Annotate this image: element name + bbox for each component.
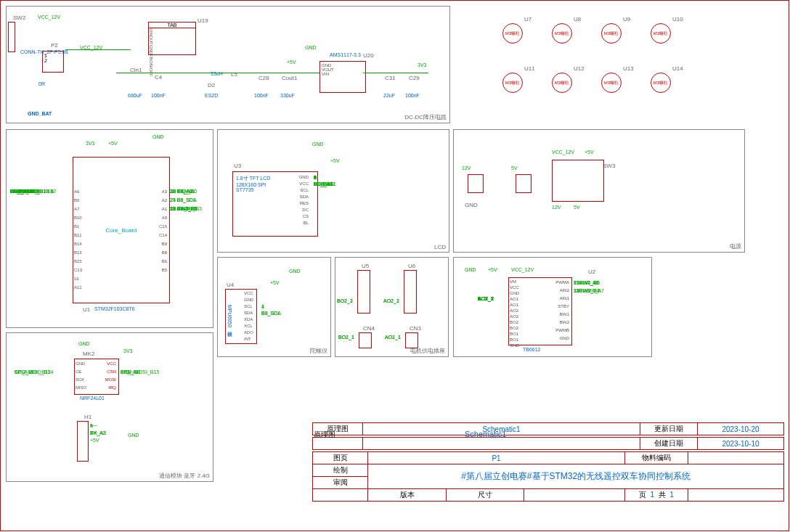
val-cout1: 330uF bbox=[280, 93, 295, 98]
switch-sw2 bbox=[8, 22, 15, 52]
ref-c4: C4 bbox=[155, 74, 162, 81]
schematic-canvas: DC-DC降压电路 SW2 VCC_12V P2 12 CONN-TH_2P-P… bbox=[0, 0, 790, 532]
block-motor: 电机供电插座 bbox=[335, 257, 449, 357]
conn-cn4 bbox=[359, 332, 372, 348]
u1-right-pins: A3A2 A1A0 C15C14 B9B8 B6B5 bbox=[155, 187, 167, 274]
val-c28: 100nF bbox=[254, 93, 269, 98]
ref-cout1: Cout1 bbox=[282, 75, 297, 81]
ref-u1: U1 bbox=[83, 306, 90, 313]
val-0r: 0R bbox=[38, 81, 45, 86]
net-5v: +5V bbox=[287, 60, 296, 65]
ref-d2: D2 bbox=[208, 82, 215, 89]
hdr-h1 bbox=[77, 421, 89, 462]
net-gnd: GND bbox=[305, 45, 317, 50]
ref-c29: C29 bbox=[409, 75, 420, 81]
ref-u20: U20 bbox=[363, 52, 374, 59]
conn-cn3 bbox=[405, 332, 418, 348]
net-gndbat: GND_BAT bbox=[28, 111, 52, 116]
val-cin1: 680uF bbox=[128, 93, 142, 98]
block-label: DC-DC降压电路 bbox=[404, 113, 447, 121]
part-u20: AMS1117-3.3 bbox=[330, 52, 361, 57]
val-d2: ES2D bbox=[205, 93, 218, 98]
ic-u19: TAB VINOUTGNDFBON/OFF bbox=[148, 22, 196, 55]
ref-u3: U3 bbox=[234, 163, 241, 169]
val-c31: 22uF bbox=[383, 93, 395, 98]
ref-sw2: SW2 bbox=[13, 15, 25, 21]
conn-u5 bbox=[357, 270, 370, 314]
ref-p2: P2 bbox=[51, 42, 58, 49]
hdr-12v bbox=[468, 174, 484, 193]
ref-c31: C31 bbox=[385, 75, 396, 81]
block-dcdc: DC-DC降压电路 bbox=[6, 6, 450, 123]
net-vcc12: VCC_12V bbox=[38, 15, 60, 20]
ref-c28: C28 bbox=[258, 75, 269, 81]
net-3v3: 3V3 bbox=[418, 62, 426, 67]
ref-u19: U19 bbox=[198, 17, 208, 24]
val-c4: 100nF bbox=[151, 93, 166, 98]
conn-u6 bbox=[404, 270, 417, 314]
title-block: 原理图 Schematic1 更新日期 2023-10-20 bbox=[312, 422, 784, 435]
u1-right-nets: 32 RX_A330 TX_A2 29 IRQ_A128 CSN_A0 25 B… bbox=[170, 187, 213, 205]
block-comm: 通信模块 蓝牙 2.4G bbox=[6, 332, 213, 482]
u1-left-pins: A6B0A7 B10B1B11 B14B13 B15C1316 A11 bbox=[74, 187, 82, 292]
part-u1: STM32F103C8T6 bbox=[94, 306, 135, 311]
ic-u20: GNDVOUTVIN bbox=[319, 61, 366, 93]
hdr-5v bbox=[516, 174, 532, 193]
dip-sw3 bbox=[552, 160, 604, 202]
part-conn: CONN-TH_2P-P5.08 bbox=[20, 49, 68, 54]
val-c29: 100nF bbox=[405, 93, 420, 98]
